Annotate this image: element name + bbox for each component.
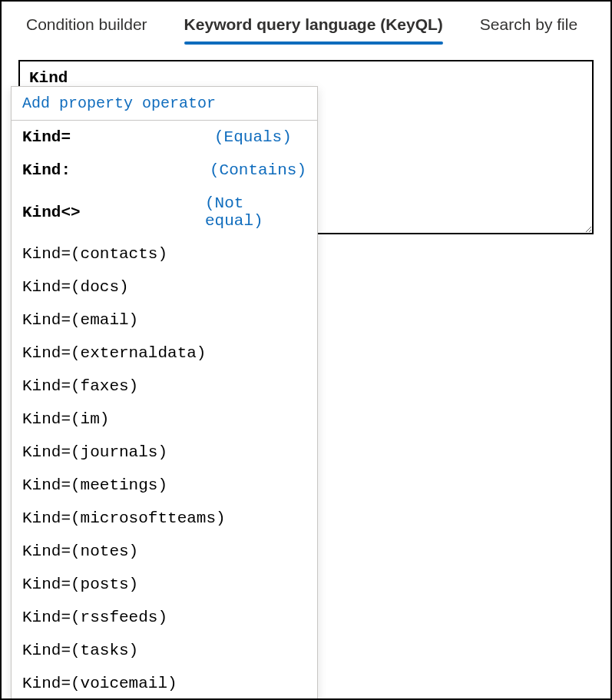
operator-option-not-equal[interactable]: Kind<> (Not equal) — [12, 187, 317, 237]
tab-keyql[interactable]: Keyword query language (KeyQL) — [184, 15, 443, 43]
value-option[interactable]: Kind=(journals) — [12, 436, 317, 469]
operator-option-contains[interactable]: Kind: (Contains) — [12, 154, 317, 187]
operator-code: Kind: — [22, 161, 210, 179]
tab-bar: Condition builder Keyword query language… — [2, 2, 610, 43]
value-option[interactable]: Kind=(posts) — [12, 568, 317, 601]
operator-desc: (Not equal) — [205, 194, 306, 230]
autocomplete-dropdown: Add property operator Kind= (Equals) Kin… — [11, 86, 318, 700]
value-option[interactable]: Kind=(contacts) — [12, 237, 317, 270]
value-option[interactable]: Kind=(tasks) — [12, 634, 317, 667]
value-option[interactable]: Kind=(im) — [12, 403, 317, 436]
value-option[interactable]: Kind=(meetings) — [12, 469, 317, 502]
tab-search-by-file[interactable]: Search by file — [480, 15, 577, 43]
query-area: Add property operator Kind= (Equals) Kin… — [18, 60, 594, 237]
operator-code: Kind= — [22, 128, 214, 146]
operator-option-equals[interactable]: Kind= (Equals) — [12, 121, 317, 154]
operator-desc: (Contains) — [210, 161, 306, 179]
tab-condition-builder[interactable]: Condition builder — [26, 15, 147, 43]
value-option[interactable]: Kind=(microsoftteams) — [12, 502, 317, 535]
value-option[interactable]: Kind=(voicemail) — [12, 667, 317, 700]
dropdown-header: Add property operator — [12, 87, 317, 121]
value-option[interactable]: Kind=(email) — [12, 304, 317, 337]
value-option[interactable]: Kind=(externaldata) — [12, 337, 317, 370]
value-option[interactable]: Kind=(docs) — [12, 270, 317, 304]
operator-code: Kind<> — [22, 204, 205, 221]
operator-desc: (Equals) — [214, 128, 292, 146]
value-option[interactable]: Kind=(rssfeeds) — [12, 601, 317, 634]
value-option[interactable]: Kind=(faxes) — [12, 370, 317, 403]
value-option[interactable]: Kind=(notes) — [12, 535, 317, 568]
